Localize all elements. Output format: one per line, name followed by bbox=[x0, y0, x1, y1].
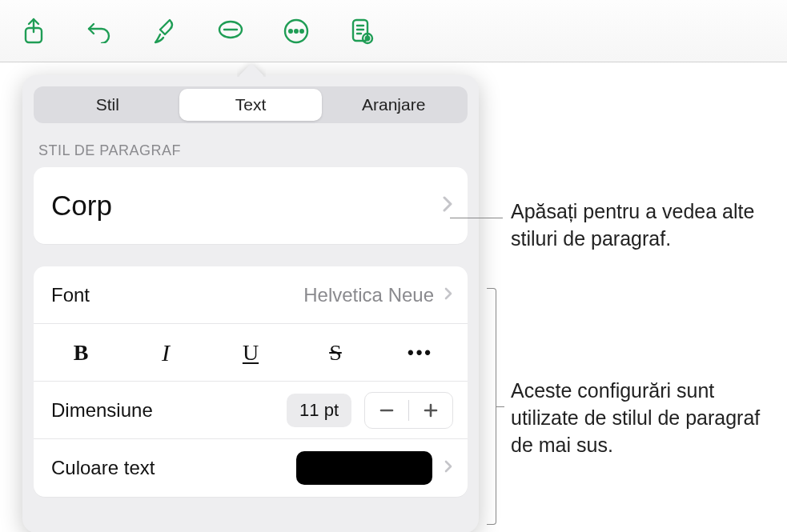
app-toolbar bbox=[0, 0, 787, 62]
svg-point-4 bbox=[289, 30, 292, 33]
chevron-right-icon bbox=[444, 459, 453, 477]
text-color-swatch[interactable] bbox=[296, 451, 432, 485]
font-label: Font bbox=[51, 284, 303, 306]
strikethrough-button[interactable]: S bbox=[307, 333, 363, 373]
popover-arrow bbox=[237, 62, 266, 77]
chevron-right-icon bbox=[444, 286, 453, 304]
paragraph-style-name: Corp bbox=[51, 190, 442, 222]
bold-button[interactable]: B bbox=[53, 333, 109, 373]
popover-fade bbox=[22, 517, 479, 532]
comment-icon[interactable] bbox=[213, 14, 248, 49]
size-decrease-button[interactable] bbox=[365, 393, 408, 428]
text-style-row: B I U S ••• bbox=[34, 324, 468, 382]
callout-bracket bbox=[487, 288, 496, 525]
tab-style[interactable]: Stil bbox=[36, 89, 179, 121]
size-row: Dimensiune 11 pt bbox=[34, 382, 468, 439]
callout-paragraph-style: Apăsați pentru a vedea alte stiluri de p… bbox=[511, 198, 775, 253]
font-row[interactable]: Font Helvetica Neue bbox=[34, 266, 468, 324]
text-color-row[interactable]: Culoare text bbox=[34, 439, 468, 497]
section-label-paragraph-style: STIL DE PARAGRAF bbox=[38, 142, 463, 159]
text-color-label: Culoare text bbox=[51, 457, 296, 479]
format-popover: Stil Text Aranjare STIL DE PARAGRAF Corp… bbox=[22, 75, 479, 532]
size-label: Dimensiune bbox=[51, 399, 287, 422]
chevron-right-icon bbox=[442, 195, 453, 216]
reading-icon[interactable] bbox=[344, 14, 379, 49]
format-tabs: Stil Text Aranjare bbox=[34, 86, 468, 123]
callout-bracket-feed bbox=[496, 406, 504, 407]
paragraph-style-picker[interactable]: Corp bbox=[34, 167, 468, 244]
size-increase-button[interactable] bbox=[409, 393, 452, 428]
more-styles-button[interactable]: ••• bbox=[392, 333, 448, 373]
svg-point-6 bbox=[300, 30, 303, 33]
undo-icon[interactable] bbox=[82, 14, 117, 49]
format-brush-icon[interactable] bbox=[147, 14, 183, 49]
tab-text[interactable]: Text bbox=[179, 89, 323, 121]
italic-button[interactable]: I bbox=[138, 333, 194, 373]
callout-settings: Aceste configurări sunt utilizate de sti… bbox=[511, 378, 775, 458]
font-value: Helvetica Neue bbox=[303, 284, 434, 306]
text-settings-card: Font Helvetica Neue B I U S ••• Dimensiu… bbox=[34, 266, 468, 497]
more-icon[interactable] bbox=[279, 14, 314, 49]
svg-point-12 bbox=[366, 36, 369, 39]
underline-button[interactable]: U bbox=[223, 333, 279, 373]
callout-leader bbox=[450, 218, 503, 218]
size-value[interactable]: 11 pt bbox=[287, 394, 351, 427]
tab-arrange[interactable]: Aranjare bbox=[322, 89, 465, 121]
svg-point-5 bbox=[295, 30, 298, 33]
size-stepper bbox=[364, 392, 453, 429]
share-icon[interactable] bbox=[16, 14, 51, 49]
